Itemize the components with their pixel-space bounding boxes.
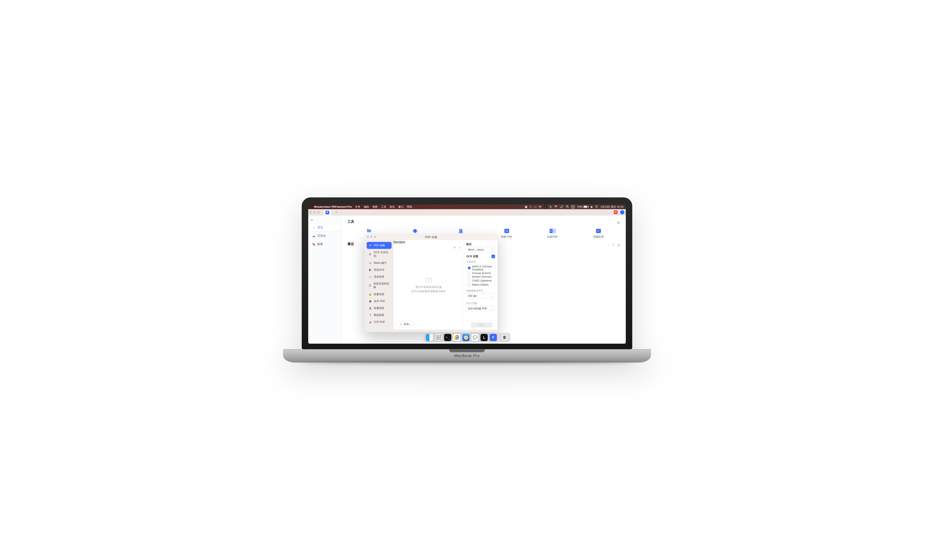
menubar-display-icon[interactable]: ▭ [534,205,536,208]
modal-window-controls[interactable] [367,236,376,238]
svg-rect-3 [459,229,462,232]
tool-compare[interactable]: V S 比较PDF [541,228,564,238]
menubar-control-center-icon[interactable]: ☰ [595,205,598,208]
ocr-language-list[interactable]: 简体中文 (Chinese Simplified) Français (Fren… [466,264,495,286]
macos-dock: ＞_ 🧭 💬 L P 🗑 [424,333,511,342]
dock-safari-icon[interactable]: 🧭 [462,334,470,341]
svg-line-1 [568,207,569,208]
menu-help[interactable]: 帮助 [407,205,412,209]
dock-wechat-icon[interactable]: 💬 [472,334,479,341]
dock-finder-icon[interactable] [426,334,433,341]
lang-item[interactable]: Français (French) [467,271,495,275]
tool-batch[interactable]: ✓ 批量处理 [587,228,610,238]
modal-side-merge[interactable]: ▣合并 PDF [367,298,391,305]
ocr-small-icon: 🗎 [368,253,372,255]
file-drop-zone[interactable]: 将文件直接拖放到这里 您可以根据需求调整相关顺序 [393,251,464,319]
print-icon: 🖨 [368,321,372,323]
dock-trash-icon[interactable]: 🗑 [501,334,508,341]
checkbox-icon[interactable] [468,266,471,269]
modal-side-header-footer[interactable]: ☰添加页眉和页脚 [367,280,391,291]
modal-side-remove[interactable]: 🗑批量移除 [367,305,391,312]
add-files-button[interactable]: ＋ 添加... [396,321,415,327]
sidebar-item-cloud[interactable]: ☁ 万兴云 [310,232,340,240]
watermark-icon: ◧ [368,268,372,271]
modal-side-bates[interactable]: ▭Bates 编号 [367,259,391,266]
menu-file[interactable]: 文件 [355,205,361,209]
lang-item[interactable]: Deutsch (German) [467,275,495,278]
menu-go[interactable]: 前往 [390,205,395,209]
macos-menubar: Wondershare PDFelement Pro 文件 编辑 视图 工具 前… [308,205,626,209]
modal-side-extract[interactable]: ⇪数据提取 [367,312,391,318]
tool-convert[interactable]: ↪ 转换 PDF [495,228,519,238]
ocr-lang-label: 文档语言 [466,260,495,263]
apply-button[interactable]: 应用 [471,322,493,328]
menubar-playback-icon[interactable]: ⊙ [549,205,552,208]
menubar-camera-icon[interactable]: ▣ [525,205,527,208]
menubar-input-source-icon[interactable]: A [571,205,575,208]
app-name[interactable]: Wondershare PDFelement Pro [314,205,352,208]
plus-icon: ＋ [399,322,402,326]
macbook-label: MacBook Pro [454,354,480,358]
recent-list-icon[interactable]: ☰ [612,243,615,247]
sidebar-item-label: 首页 [317,225,323,229]
format-label: 格式 [466,242,495,246]
new-tab-button[interactable]: ＋ [333,210,339,214]
menubar-search-icon[interactable] [566,205,569,209]
recent-star-icon[interactable]: ☆ [607,243,609,247]
checkbox-icon[interactable] [468,272,471,274]
lang-item[interactable]: 日本語 (Japanese) [467,278,495,283]
menubar-volume-icon[interactable]: 🔊 [560,205,564,208]
dock-terminal-icon[interactable]: ＞_ [444,334,452,341]
tab-home[interactable]: P [324,210,331,215]
menubar-battery[interactable]: 70% [577,205,588,208]
modal-side-watermark[interactable]: ◧添加水印 [367,266,391,273]
checkbox-icon[interactable] [468,280,471,282]
dock-launchpad-icon[interactable] [435,334,442,341]
menubar-app-badge-icon[interactable]: L [544,205,547,208]
ocr-range-select[interactable]: 仅针对扫描 PDF [466,306,495,311]
modal-side-encrypt[interactable]: 🔒批量加密 [367,291,391,298]
recent-grid-icon[interactable]: ▦ [617,243,620,247]
dpi-select[interactable]: 150 dpi [466,293,495,298]
menu-edit[interactable]: 编辑 [364,205,369,209]
menubar-screenshot-icon[interactable]: ⌗ [530,205,532,208]
modal-title: PDF 转换 [425,235,437,239]
drop-list-icon[interactable]: ≡ [453,246,456,249]
checkbox-icon[interactable] [468,275,471,278]
dock-pdfelement-icon[interactable]: P [490,334,497,341]
checkbox-icon[interactable] [468,283,471,286]
menu-window[interactable]: 窗口 [398,205,404,209]
promo-bag-icon[interactable]: 🛍 [614,210,618,214]
window-controls[interactable] [310,211,320,214]
settings-gear-icon[interactable]: ⚙ [617,221,620,225]
modal-side-pdf-convert[interactable]: ⟳PDF 转换 [367,242,391,249]
upload-folder-icon [425,277,432,283]
dock-separator [499,334,499,340]
convert-icon: ↪ [504,228,510,234]
svg-point-0 [566,205,568,207]
dock-chrome-icon[interactable] [453,334,461,341]
sidebar-toggle-icon[interactable]: ⇤ [310,217,340,223]
account-avatar-icon[interactable]: 👤 [620,210,624,214]
sidebar: ⇤ ⌂ 首页 ☁ 万兴云 🔖 标签 [308,215,342,344]
menu-view[interactable]: 视图 [372,205,378,209]
batch-icon: ✓ [595,228,602,234]
pdf-convert-modal: PDF 转换 ⟳PDF 转换 🗎OCR 文本识别 ▭Bates 编号 ◧添加水印… [364,234,498,332]
lang-item[interactable]: 简体中文 (Chinese Simplified) [467,265,495,271]
dock-lark-icon[interactable]: L [481,334,488,341]
menubar-wifi-icon[interactable] [554,205,558,208]
ocr-toggle-checkbox[interactable]: ✓ [492,255,495,258]
format-select[interactable]: Word（.docx） [466,247,495,252]
sidebar-item-home[interactable]: ⌂ 首页 [310,224,340,231]
drop-star-icon[interactable]: ☆ [458,246,461,249]
modal-side-ocr-text[interactable]: 🗎OCR 文本识别 [367,249,391,259]
lang-item[interactable]: Italiano (Italian) [467,283,495,286]
menubar-wechat-icon[interactable]: ✉ [539,205,541,208]
compress-icon [412,228,418,234]
menu-tools[interactable]: 工具 [381,205,386,209]
sidebar-item-bookmarks[interactable]: 🔖 标签 [310,240,340,248]
menubar-extra-icon[interactable]: ◐ [590,205,593,208]
menubar-clock[interactable]: 1月15日 周日 15:19 [600,205,623,209]
modal-side-background[interactable]: ▢添加背景 [367,273,391,280]
modal-side-print[interactable]: 🖨打印 PDF [367,318,391,325]
